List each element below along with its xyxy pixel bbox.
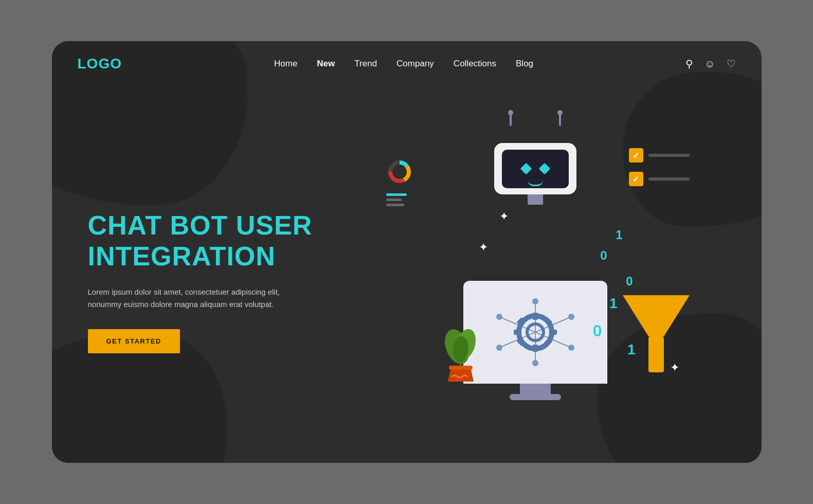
svg-rect-19 <box>533 345 538 352</box>
svg-rect-20 <box>514 330 521 335</box>
chart-bars <box>386 193 407 206</box>
svg-rect-32 <box>648 336 664 372</box>
monitor-screen <box>463 281 607 384</box>
chart-element <box>386 158 413 206</box>
chart-bar <box>386 204 404 206</box>
sparkle-icon: ✦ <box>499 210 509 223</box>
checklist: ✓ ✓ <box>629 148 690 186</box>
svg-point-13 <box>568 345 574 351</box>
svg-rect-21 <box>550 330 557 335</box>
binary-digit: 0 <box>626 272 633 291</box>
hero-left: CHAT BOT USER INTEGRATION Lorem ipsum do… <box>88 200 335 354</box>
robot-eye-left <box>522 165 530 173</box>
main-content: CHAT BOT USER INTEGRATION Lorem ipsum do… <box>52 86 762 457</box>
hero-illustration: 1 0 0 1 0 1 ✓ ✓ <box>335 97 736 457</box>
svg-point-14 <box>532 298 538 304</box>
nav-item-blog[interactable]: Blog <box>516 59 533 69</box>
monitor-base <box>510 394 561 400</box>
headline-line2: INTEGRATION <box>88 241 276 271</box>
funnel-svg <box>618 290 695 383</box>
check-item-1: ✓ <box>629 148 690 163</box>
headline-line1: CHAT BOT USER <box>88 210 313 240</box>
sparkle-icon: ✦ <box>670 361 679 374</box>
binary-digit: 0 <box>600 246 607 265</box>
check-label-2 <box>648 177 690 181</box>
user-icon[interactable]: ☺ <box>704 58 715 70</box>
plant-svg <box>443 321 479 383</box>
checkbox-2: ✓ <box>629 172 643 186</box>
logo[interactable]: LOGO <box>78 56 122 72</box>
illustration-container: 1 0 0 1 0 1 ✓ ✓ <box>376 128 695 426</box>
nav-item-new[interactable]: New <box>317 59 335 69</box>
check-item-2: ✓ <box>629 172 690 186</box>
robot <box>494 128 576 205</box>
robot-eye-right <box>540 165 549 173</box>
donut-chart <box>386 158 413 185</box>
nav-links: Home New Trend Company Collections Blog <box>274 59 533 69</box>
hero-headline: CHAT BOT USER INTEGRATION <box>88 210 335 272</box>
robot-neck <box>528 194 543 205</box>
svg-point-10 <box>496 314 502 320</box>
robot-head <box>494 143 576 194</box>
svg-point-15 <box>532 360 538 366</box>
monitor <box>463 281 607 400</box>
get-started-button[interactable]: GET STARTED <box>88 329 180 353</box>
checkbox-1: ✓ <box>629 148 643 163</box>
svg-rect-30 <box>449 366 473 370</box>
binary-digit: 1 <box>609 292 618 315</box>
robot-antenna-left <box>510 113 512 126</box>
binary-digit: 0 <box>593 318 602 344</box>
chart-bar <box>386 193 407 196</box>
svg-rect-18 <box>533 313 538 320</box>
check-label-1 <box>648 154 690 157</box>
funnel <box>618 290 695 385</box>
nav-item-company[interactable]: Company <box>396 59 434 69</box>
svg-marker-31 <box>623 295 690 336</box>
binary-digit: 1 <box>627 338 636 362</box>
monitor-stand <box>520 384 551 394</box>
nav-item-collections[interactable]: Collections <box>454 59 496 69</box>
robot-eye-diamond-right <box>538 163 550 175</box>
chart-bar <box>386 199 402 201</box>
nav-item-trend[interactable]: Trend <box>354 59 377 69</box>
svg-point-11 <box>496 345 502 351</box>
svg-point-12 <box>568 314 574 320</box>
monitor-gear-diagram <box>484 291 587 373</box>
search-icon[interactable]: ⚲ <box>685 58 693 70</box>
plant <box>443 321 479 385</box>
page-card: LOGO Home New Trend Company Collections … <box>52 41 762 463</box>
robot-antenna-right <box>559 113 561 126</box>
robot-eye-diamond-left <box>520 163 532 175</box>
heart-icon[interactable]: ♡ <box>727 58 736 70</box>
navbar: LOGO Home New Trend Company Collections … <box>52 41 762 86</box>
hero-description: Lorem ipsum dolor sit amet, consectetuer… <box>88 286 283 311</box>
nav-icon-group: ⚲ ☺ ♡ <box>685 58 735 70</box>
binary-digit: 1 <box>616 225 622 245</box>
nav-item-home[interactable]: Home <box>274 59 297 69</box>
sparkle-icon: ✦ <box>479 241 488 254</box>
